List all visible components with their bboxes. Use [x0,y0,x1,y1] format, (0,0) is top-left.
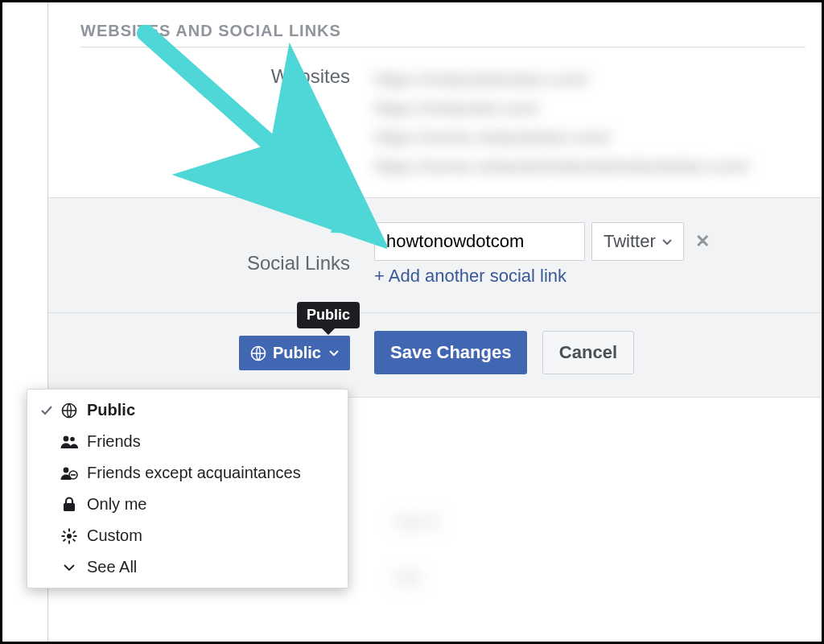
save-button[interactable]: Save Changes [374,331,527,374]
chevron-down-icon [56,564,82,572]
privacy-option-custom[interactable]: Custom [27,520,348,551]
privacy-button-label: Public [273,344,321,362]
redacted-website: https://some.redactedact.com/ [374,123,805,152]
social-links-row: Social Links Twitter ✕ + Add another soc… [48,198,822,312]
privacy-option-public[interactable]: Public [27,394,348,426]
privacy-selector-button[interactable]: Public [239,336,350,370]
privacy-tooltip: Public [297,302,360,328]
svg-rect-14 [72,538,76,541]
privacy-option-only-me[interactable]: Only me [27,489,348,520]
redacted-website: https://redacted.com/ [374,94,805,123]
actions-row: Public Public Save Changes Cancel [48,313,822,397]
social-platform-dropdown[interactable]: Twitter [591,222,684,261]
websites-list: https://redactedredact.com/ https://reda… [374,65,805,181]
chevron-down-icon [329,344,339,362]
svg-point-3 [70,436,75,441]
redacted-website: https://redactedredact.com/ [374,65,805,94]
privacy-option-friends[interactable]: Friends [27,426,348,457]
svg-rect-10 [68,540,70,543]
redacted-website: https://some.redactedredactedredactedact… [374,152,805,181]
screenshot-frame: WEBSITES AND SOCIAL LINKS Websites https… [0,0,824,644]
globe-icon [250,344,266,362]
svg-point-8 [67,534,72,539]
social-links-controls: Twitter ✕ + Add another social link [374,222,805,304]
chevron-down-icon [662,231,672,252]
privacy-option-see-all[interactable]: See All [27,551,348,583]
social-platform-label: Twitter [604,231,656,252]
gear-icon [56,528,82,544]
cancel-button[interactable]: Cancel [542,331,634,374]
social-edit-band: Social Links Twitter ✕ + Add another soc… [48,197,822,398]
social-links-label: Social Links [48,252,374,275]
friends-icon [56,435,82,449]
websites-label: Websites [48,65,374,88]
svg-rect-12 [74,535,77,537]
privacy-option-label: See All [82,558,137,576]
privacy-option-friends-except[interactable]: Friends except acquaintances [27,457,348,489]
remove-social-link-button[interactable]: ✕ [695,231,710,252]
svg-rect-13 [63,530,66,533]
globe-icon [56,402,82,419]
privacy-dropdown-menu: Public Friends Friends except acquaintan… [27,389,348,588]
action-buttons: Save Changes Cancel [374,331,634,374]
privacy-option-label: Public [82,401,135,419]
privacy-option-label: Friends [82,432,141,451]
svg-rect-7 [64,503,75,511]
add-social-link-button[interactable]: + Add another social link [374,261,805,304]
privacy-selector-wrap: Public Public [48,336,374,370]
privacy-option-label: Custom [82,526,142,545]
redacted-content: red-ct red [394,493,439,606]
svg-rect-16 [63,538,66,541]
websites-row: Websites https://redactedredact.com/ htt… [48,47,822,197]
svg-rect-15 [72,530,76,533]
section-header: WEBSITES AND SOCIAL LINKS [48,2,822,47]
svg-rect-9 [68,528,70,531]
check-icon [37,406,56,415]
privacy-option-label: Only me [82,495,146,514]
friends-except-icon [56,466,82,481]
privacy-option-label: Friends except acquaintances [82,464,301,482]
svg-rect-11 [62,535,65,537]
svg-point-2 [64,436,69,441]
social-username-input[interactable] [374,222,585,261]
svg-point-4 [64,467,69,473]
lock-icon [56,497,82,513]
